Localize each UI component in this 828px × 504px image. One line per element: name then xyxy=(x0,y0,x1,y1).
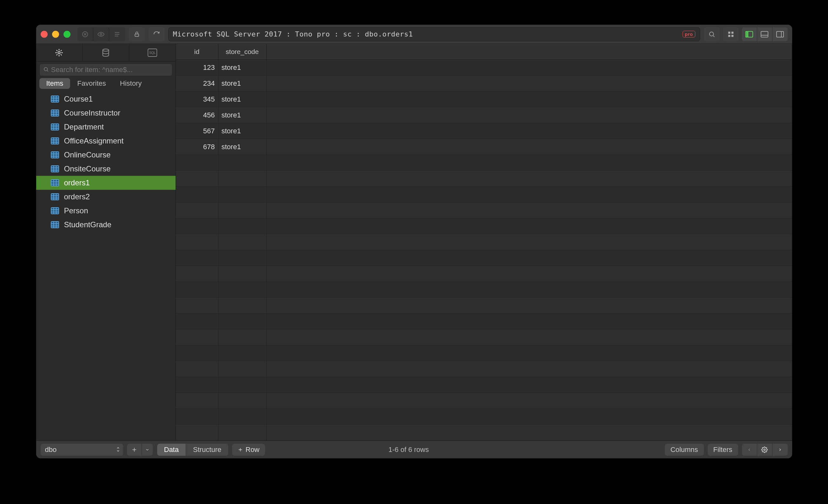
cell-store-code[interactable] xyxy=(218,186,267,202)
page-prev-icon[interactable] xyxy=(742,444,757,456)
refresh-icon[interactable] xyxy=(149,27,164,41)
cell-id[interactable]: 567 xyxy=(176,123,218,139)
cell-store-code[interactable] xyxy=(218,377,267,392)
sidebar-item-onsitecourse[interactable]: OnsiteCourse xyxy=(36,162,175,176)
add-button[interactable] xyxy=(127,444,142,456)
list-icon[interactable] xyxy=(109,27,125,41)
table-row[interactable] xyxy=(176,282,792,298)
cell-store-code[interactable] xyxy=(218,313,267,329)
search-icon[interactable] xyxy=(704,27,720,41)
cell-store-code[interactable] xyxy=(218,266,267,282)
cell-store-code[interactable] xyxy=(218,425,267,440)
cell-store-code[interactable] xyxy=(218,361,267,377)
table-row[interactable] xyxy=(176,425,792,440)
cancel-icon[interactable] xyxy=(78,27,93,41)
sidebar-item-orders1[interactable]: orders1 xyxy=(36,176,175,190)
cell-id[interactable]: 345 xyxy=(176,91,218,107)
table-row[interactable]: 567store1 xyxy=(176,123,792,139)
cell-id[interactable]: 234 xyxy=(176,76,218,91)
table-row[interactable] xyxy=(176,250,792,266)
cell-store-code[interactable] xyxy=(218,203,267,218)
cell-id[interactable] xyxy=(176,393,218,409)
panel-left-icon[interactable] xyxy=(742,27,757,41)
sidebar-item-department[interactable]: Department xyxy=(36,120,175,134)
cell-store-code[interactable] xyxy=(218,218,267,234)
sidebar-item-person[interactable]: Person xyxy=(36,204,175,218)
grid-icon[interactable] xyxy=(723,27,739,41)
add-menu-chevron-icon[interactable] xyxy=(142,444,153,456)
cell-store-code[interactable] xyxy=(218,171,267,186)
lock-icon[interactable] xyxy=(129,27,145,41)
cell-id[interactable] xyxy=(176,171,218,186)
sql-tab-icon[interactable]: SQL xyxy=(129,44,175,61)
table-row[interactable] xyxy=(176,361,792,377)
sidebar-item-course1[interactable]: Course1 xyxy=(36,92,175,106)
sidebar-item-officeassignment[interactable]: OfficeAssignment xyxy=(36,134,175,148)
cell-store-code[interactable] xyxy=(218,282,267,297)
cell-store-code[interactable] xyxy=(218,393,267,409)
cell-store-code[interactable] xyxy=(218,155,267,170)
table-row[interactable] xyxy=(176,266,792,282)
sidebar-item-orders2[interactable]: orders2 xyxy=(36,190,175,204)
filter-items[interactable]: Items xyxy=(39,78,71,89)
table-row[interactable] xyxy=(176,186,792,203)
filter-favorites[interactable]: Favorites xyxy=(70,78,113,89)
table-row[interactable] xyxy=(176,218,792,234)
cell-store-code[interactable] xyxy=(218,345,267,361)
table-row[interactable] xyxy=(176,155,792,171)
cell-store-code[interactable]: store1 xyxy=(218,91,267,107)
table-row[interactable] xyxy=(176,377,792,393)
table-row[interactable] xyxy=(176,171,792,186)
table-row[interactable] xyxy=(176,345,792,361)
cell-id[interactable] xyxy=(176,345,218,361)
connection-path[interactable]: Microsoft SQL Server 2017 : Tono pro : s… xyxy=(168,27,700,41)
table-row[interactable] xyxy=(176,393,792,409)
table-row[interactable]: 456store1 xyxy=(176,107,792,123)
minimize-window-button[interactable] xyxy=(52,31,59,38)
eye-icon[interactable] xyxy=(93,27,109,41)
filters-button[interactable]: Filters xyxy=(708,444,738,456)
cell-store-code[interactable]: store1 xyxy=(218,76,267,91)
panel-bottom-icon[interactable] xyxy=(757,27,773,41)
table-row[interactable]: 234store1 xyxy=(176,76,792,91)
connections-tab-icon[interactable] xyxy=(36,44,83,61)
cell-id[interactable] xyxy=(176,250,218,266)
cell-store-code[interactable] xyxy=(218,298,267,313)
cell-store-code[interactable]: store1 xyxy=(218,139,267,155)
sidebar-item-courseinstructor[interactable]: CourseInstructor xyxy=(36,106,175,120)
add-row-button[interactable]: Row xyxy=(232,444,265,456)
table-row[interactable] xyxy=(176,329,792,345)
table-row[interactable] xyxy=(176,313,792,329)
sidebar-item-onlinecourse[interactable]: OnlineCourse xyxy=(36,148,175,162)
column-store-code[interactable]: store_code xyxy=(218,44,267,59)
cell-id[interactable]: 123 xyxy=(176,60,218,75)
cell-id[interactable] xyxy=(176,186,218,202)
cell-id[interactable] xyxy=(176,425,218,440)
table-row[interactable]: 345store1 xyxy=(176,91,792,107)
cell-id[interactable] xyxy=(176,203,218,218)
cell-id[interactable] xyxy=(176,266,218,282)
columns-button[interactable]: Columns xyxy=(665,444,704,456)
cell-id[interactable] xyxy=(176,329,218,345)
table-row[interactable] xyxy=(176,409,792,425)
structure-tab[interactable]: Structure xyxy=(186,444,228,456)
database-tab-icon[interactable] xyxy=(83,44,129,61)
cell-id[interactable] xyxy=(176,313,218,329)
cell-store-code[interactable]: store1 xyxy=(218,123,267,139)
grid-body[interactable]: 123store1234store1345store1456store1567s… xyxy=(176,60,792,440)
table-row[interactable]: 123store1 xyxy=(176,60,792,76)
cell-id[interactable] xyxy=(176,282,218,297)
table-row[interactable] xyxy=(176,298,792,313)
cell-store-code[interactable] xyxy=(218,409,267,424)
schema-dropdown[interactable]: dbo xyxy=(41,444,123,456)
data-tab[interactable]: Data xyxy=(157,444,186,456)
cell-id[interactable] xyxy=(176,409,218,424)
page-next-icon[interactable] xyxy=(773,444,788,456)
cell-store-code[interactable] xyxy=(218,234,267,250)
panel-right-icon[interactable] xyxy=(773,27,788,41)
cell-id[interactable] xyxy=(176,377,218,392)
cell-id[interactable]: 456 xyxy=(176,107,218,123)
maximize-window-button[interactable] xyxy=(64,31,71,38)
cell-store-code[interactable] xyxy=(218,250,267,266)
filter-history[interactable]: History xyxy=(113,78,149,89)
